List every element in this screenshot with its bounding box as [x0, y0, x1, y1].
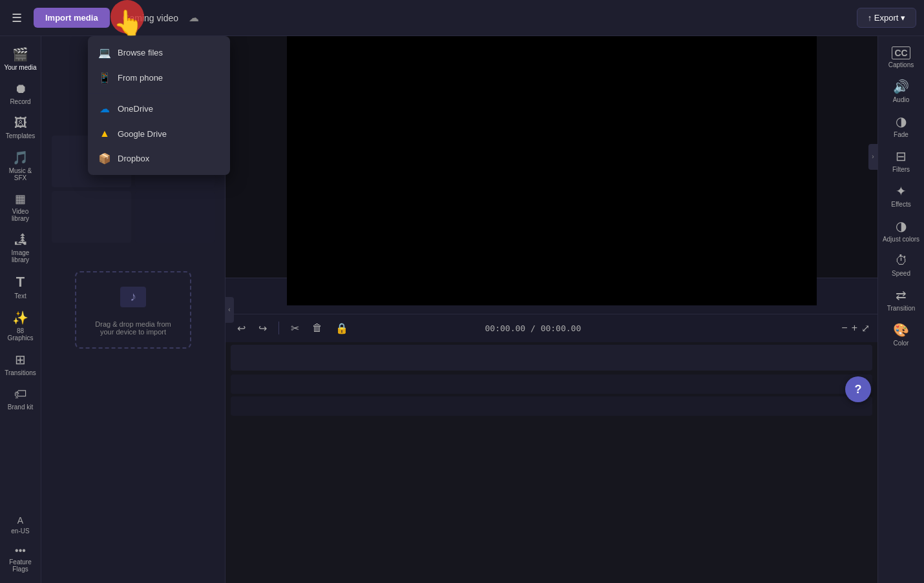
sidebar-item-adjust-colors[interactable]: ◑ Adjust colors	[880, 213, 923, 248]
collapse-panel-button[interactable]: ‹	[225, 297, 234, 323]
timeline-track-1[interactable]	[231, 345, 872, 371]
image-library-icon: 🏞	[14, 232, 27, 247]
your-media-icon: 🎬	[12, 46, 28, 62]
sidebar-label-feature-flags: Feature Flags	[4, 558, 37, 573]
filters-label: Filters	[892, 166, 910, 173]
sidebar-item-captions[interactable]: CC Captions	[880, 41, 923, 74]
onedrive-icon: ☁	[98, 103, 111, 115]
sidebar-item-transitions[interactable]: ⊞ Transitions	[1, 347, 40, 382]
sidebar-label-locale: en-US	[11, 527, 29, 535]
sidebar-item-effects[interactable]: ✦ Effects	[880, 178, 923, 213]
captions-icon: CC	[892, 46, 910, 59]
sidebar-item-templates[interactable]: 🖼 Templates	[1, 110, 40, 145]
timecode-display: 00:00.00 / 00:00.00	[485, 323, 582, 333]
record-icon: ⏺	[14, 81, 27, 96]
google-drive-icon: ▲	[98, 128, 111, 139]
dropbox-label: Dropbox	[118, 154, 149, 163]
fit-zoom-button[interactable]: ⤢	[861, 322, 870, 334]
dropdown-divider-1	[88, 93, 202, 94]
timeline-area	[226, 342, 877, 584]
drag-drop-text: Drag & drop media from your device to im…	[92, 320, 174, 336]
video-preview: 16:9 ›	[226, 36, 877, 278]
cut-button[interactable]: ✂	[287, 320, 303, 336]
collapse-right-button[interactable]: ›	[868, 144, 877, 170]
sidebar-label-graphics: 88 Graphics	[4, 327, 37, 342]
sidebar-item-transition[interactable]: ⇄ Transition	[880, 282, 923, 317]
onedrive-item[interactable]: ☁ OneDrive	[88, 96, 230, 121]
transition-icon: ⇄	[896, 287, 907, 303]
sidebar-label-text: Text	[14, 292, 26, 300]
sidebar-item-filters[interactable]: ⊟ Filters	[880, 143, 923, 178]
transition-label: Transition	[887, 305, 916, 312]
sidebar-item-graphics[interactable]: ✨ 88 Graphics	[1, 305, 40, 347]
google-drive-item[interactable]: ▲ Google Drive	[88, 121, 230, 146]
sidebar-item-fade[interactable]: ◑ Fade	[880, 108, 923, 143]
export-button[interactable]: ↑ Export ▾	[857, 8, 916, 28]
browse-files-label: Browse files	[118, 48, 163, 57]
sidebar-item-audio[interactable]: 🔊 Audio	[880, 74, 923, 108]
sidebar-item-speed[interactable]: ⏱ Speed	[880, 248, 923, 282]
sidebar-label-music-sfx: Music & SFX	[4, 167, 37, 181]
graphics-icon: ✨	[12, 310, 28, 325]
audio-label: Audio	[893, 96, 910, 103]
sidebar-item-text[interactable]: T Text	[1, 269, 40, 305]
dropbox-item[interactable]: 📦 Dropbox	[88, 146, 230, 171]
fade-icon: ◑	[896, 114, 907, 129]
drag-drop-icon: ♪	[118, 284, 149, 315]
text-icon: T	[16, 274, 25, 291]
color-icon: 🎨	[893, 322, 909, 338]
main-layout: 🎬 Your media ⏺ Record 🖼 Templates 🎵 Musi…	[0, 36, 924, 583]
center-area: 16:9 › ⏮ ↩ ▶ ↪ ⏭ ⛶ ↩ ↪ ✂ 🗑 🔒 00:00.00 / …	[226, 36, 877, 583]
project-title: Gaming video	[123, 13, 178, 23]
from-phone-item[interactable]: 📱 From phone	[88, 65, 230, 90]
hamburger-menu[interactable]: ☰	[8, 7, 26, 29]
browse-files-item[interactable]: 💻 Browse files	[88, 40, 230, 65]
zoom-controls: − + ⤢	[841, 322, 870, 334]
help-button[interactable]: ?	[845, 376, 871, 402]
sidebar-item-video-library[interactable]: ▦ Video library	[1, 187, 40, 227]
import-media-button[interactable]: Import media	[34, 8, 110, 28]
sidebar-item-feature-flags[interactable]: ••• Feature Flags	[1, 540, 40, 578]
dropbox-icon: 📦	[98, 152, 111, 165]
from-phone-label: From phone	[118, 73, 163, 83]
speed-icon: ⏱	[895, 253, 908, 268]
sidebar-item-locale[interactable]: A en-US	[1, 510, 40, 540]
locale-icon: A	[17, 515, 23, 526]
zoom-out-button[interactable]: −	[841, 322, 847, 334]
drag-drop-area[interactable]: ♪ Drag & drop media from your device to …	[75, 271, 191, 349]
sidebar-item-music-sfx[interactable]: 🎵 Music & SFX	[1, 145, 40, 187]
delete-button[interactable]: 🗑	[308, 320, 326, 336]
video-canvas: 16:9	[287, 36, 817, 305]
adjust-colors-icon: ◑	[896, 218, 907, 234]
undo-button[interactable]: ↩	[233, 320, 249, 336]
sidebar-item-image-library[interactable]: 🏞 Image library	[1, 227, 40, 269]
timeline-toolbar: ↩ ↪ ✂ 🗑 🔒 00:00.00 / 00:00.00 − + ⤢	[226, 314, 877, 342]
timeline-track-3[interactable]	[231, 396, 872, 416]
thumbnail-4[interactable]	[135, 191, 215, 243]
onedrive-label: OneDrive	[118, 104, 153, 114]
redo-button[interactable]: ↪	[255, 320, 271, 336]
sidebar-label-brand-kit: Brand kit	[8, 404, 33, 411]
right-sidebar: CC Captions 🔊 Audio ◑ Fade ⊟ Filters ✦ E…	[877, 36, 924, 583]
sidebar-item-record[interactable]: ⏺ Record	[1, 76, 40, 110]
lock-button[interactable]: 🔒	[331, 320, 352, 336]
sidebar-item-your-media[interactable]: 🎬 Your media	[1, 41, 40, 76]
sidebar-label-your-media: Your media	[4, 64, 36, 71]
music-sfx-icon: 🎵	[12, 150, 28, 165]
zoom-in-button[interactable]: +	[852, 322, 857, 334]
brand-kit-icon: 🏷	[14, 387, 27, 402]
topbar-right: ↑ Export ▾	[857, 8, 916, 28]
google-drive-label: Google Drive	[118, 129, 167, 139]
media-panel: 💻 Browse files 📱 From phone ☁ OneDrive ▲…	[41, 36, 226, 583]
sidebar-item-color[interactable]: 🎨 Color	[880, 317, 923, 352]
captions-label: Captions	[888, 61, 914, 68]
timeline-track-2[interactable]	[231, 374, 872, 394]
thumbnail-3[interactable]	[52, 191, 131, 243]
browse-files-icon: 💻	[98, 46, 111, 59]
sidebar-label-transitions: Transitions	[5, 369, 36, 376]
sidebar-item-brand-kit[interactable]: 🏷 Brand kit	[1, 382, 40, 416]
svg-text:♪: ♪	[130, 289, 136, 303]
timecode-total: 00:00.00	[541, 323, 582, 333]
video-library-icon: ▦	[15, 192, 26, 206]
transitions-icon: ⊞	[15, 352, 26, 367]
